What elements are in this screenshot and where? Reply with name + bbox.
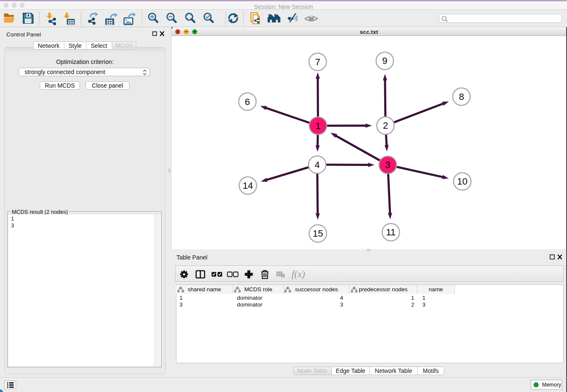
svg-text:6: 6	[245, 97, 250, 107]
svg-text:11: 11	[386, 227, 396, 237]
svg-text:7: 7	[315, 57, 320, 67]
svg-text:14: 14	[243, 180, 253, 191]
svg-text:2: 2	[383, 120, 388, 131]
svg-text:3: 3	[385, 160, 390, 170]
svg-text:9: 9	[382, 55, 387, 66]
svg-text:15: 15	[313, 228, 323, 239]
svg-text:10: 10	[457, 176, 467, 187]
svg-text:8: 8	[459, 91, 464, 102]
svg-text:4: 4	[315, 160, 320, 170]
svg-text:f(x): f(x)	[292, 269, 305, 279]
svg-text:1: 1	[315, 121, 320, 131]
